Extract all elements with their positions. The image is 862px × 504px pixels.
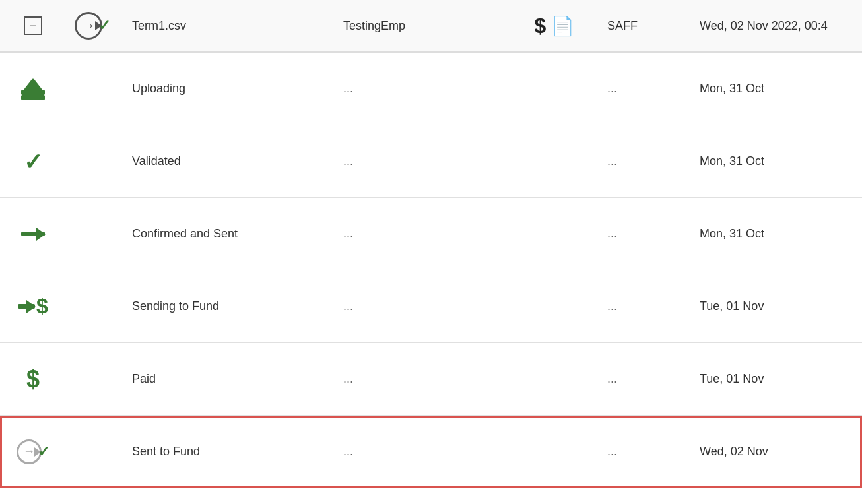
row-date-cell: Mon, 31 Oct (686, 154, 862, 168)
table-row: $ Paid ... ... Tue, 01 Nov (0, 343, 862, 416)
row-emp-value: ... (343, 154, 353, 168)
row-date-cell: Mon, 31 Oct (686, 82, 862, 96)
arrow-dollar-icon: $ (18, 294, 48, 319)
upload-icon (21, 78, 45, 100)
row-emp-cell: ... (330, 299, 515, 313)
header-row: − → ✓ Term1.csv TestingEmp $ 📄 SAFF Wed,… (0, 0, 862, 53)
table-row: ✓ Validated ... ... Mon, 31 Oct (0, 125, 862, 198)
row-extra-value: ... (607, 299, 617, 313)
table-row: Confirmed and Sent ... ... Mon, 31 Oct (0, 198, 862, 270)
row-label: Validated (132, 154, 181, 168)
header-date: Wed, 02 Nov 2022, 00:4 (700, 19, 828, 32)
row-date: Tue, 01 Nov (700, 299, 764, 313)
row-extra-value: ... (607, 445, 617, 458)
header-employer-cell: TestingEmp (330, 19, 515, 33)
row-icon-cell (0, 232, 66, 236)
row-extra-value: ... (607, 82, 617, 95)
row-extra-cell: ... (594, 227, 686, 241)
header-date-cell: Wed, 02 Nov 2022, 00:4 (686, 19, 862, 33)
check-overlay-icon: ✓ (98, 17, 110, 34)
row-date-cell: Mon, 31 Oct (686, 227, 862, 241)
row-icon-cell: $ (0, 365, 66, 393)
header-filename: Term1.csv (132, 19, 186, 32)
row-label: Sending to Fund (132, 299, 219, 313)
row-date: Mon, 31 Oct (700, 227, 764, 240)
row-date: Mon, 31 Oct (700, 154, 764, 168)
arrow-inner-gray: → (23, 445, 35, 458)
row-extra-value: ... (607, 372, 617, 385)
row-extra-value: ... (607, 154, 617, 168)
sent-to-fund-label: Sent to Fund (132, 445, 200, 458)
table-row: $ Sending to Fund ... ... Tue, 01 Nov (0, 270, 862, 343)
header-action-icons-cell: $ 📄 (515, 14, 594, 38)
header-saff-cell: SAFF (594, 19, 686, 33)
header-status-icon: → ✓ (75, 12, 110, 40)
row-icon-cell: → ✓ (0, 439, 66, 464)
row-label: Confirmed and Sent (132, 227, 238, 240)
row-emp-value: ... (343, 227, 353, 240)
row-extra-cell: ... (594, 154, 686, 168)
row-emp-value: ... (343, 445, 353, 458)
table-row-sent-to-fund: → ✓ Sent to Fund ... ... Wed, 02 Nov (0, 416, 862, 488)
arrow-inner: → (81, 17, 96, 34)
row-date: Wed, 02 Nov (700, 445, 768, 458)
check-overlay-green-icon: ✓ (38, 443, 50, 460)
row-emp-cell: ... (330, 154, 515, 168)
row-emp-cell: ... (330, 82, 515, 96)
row-label-cell: Confirmed and Sent (119, 227, 330, 241)
row-extra-cell: ... (594, 299, 686, 313)
row-date-cell: Wed, 02 Nov (686, 445, 862, 458)
header-dollar-icon[interactable]: $ (535, 14, 547, 38)
row-label-cell: Validated (119, 154, 330, 168)
row-extra-cell: ... (594, 82, 686, 96)
row-label: Paid (132, 372, 156, 385)
row-icon-cell (0, 78, 66, 100)
collapse-icon-cell[interactable]: − (0, 16, 66, 35)
row-extra-cell: ... (594, 372, 686, 386)
row-icon-cell: ✓ (0, 148, 66, 175)
row-emp-value: ... (343, 82, 353, 95)
row-emp-cell: ... (330, 372, 515, 386)
table-row: Uploading ... ... Mon, 31 Oct (0, 53, 862, 125)
row-emp-cell: ... (330, 227, 515, 241)
dollar-icon: $ (36, 294, 48, 319)
row-emp-value: ... (343, 372, 353, 385)
row-emp-cell: ... (330, 445, 515, 458)
row-label-cell: Sending to Fund (119, 299, 330, 313)
header-status-icon-cell: → ✓ (66, 12, 119, 40)
checkmark-icon: ✓ (24, 148, 42, 175)
header-doc-icon[interactable]: 📄 (551, 15, 574, 37)
header-employer: TestingEmp (343, 19, 405, 32)
row-label: Uploading (132, 82, 185, 95)
circle-arrow-check-icon: → ✓ (17, 439, 50, 464)
row-emp-value: ... (343, 299, 353, 313)
header-saff: SAFF (607, 19, 638, 32)
payroll-table: − → ✓ Term1.csv TestingEmp $ 📄 SAFF Wed,… (0, 0, 862, 504)
row-date: Mon, 31 Oct (700, 82, 764, 95)
row-date-cell: Tue, 01 Nov (686, 372, 862, 386)
row-extra-value: ... (607, 227, 617, 240)
row-icon-cell: $ (0, 294, 66, 319)
sent-to-fund-label-cell: Sent to Fund (119, 445, 330, 458)
row-date: Tue, 01 Nov (700, 372, 764, 385)
paid-dollar-icon: $ (26, 365, 40, 393)
row-extra-cell: ... (594, 445, 686, 458)
row-label-cell: Paid (119, 372, 330, 386)
row-label-cell: Uploading (119, 82, 330, 96)
header-filename-cell: Term1.csv (119, 19, 330, 33)
collapse-button[interactable]: − (24, 16, 42, 35)
row-date-cell: Tue, 01 Nov (686, 299, 862, 313)
arrow-right-icon (21, 232, 45, 236)
